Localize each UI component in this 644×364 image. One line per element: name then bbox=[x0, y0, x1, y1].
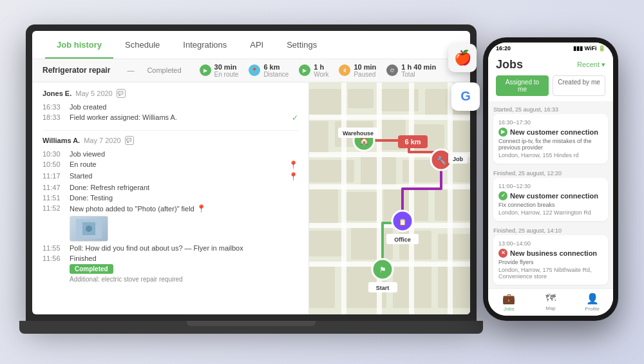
job-time-range-3: 13:00–14:00 bbox=[498, 240, 603, 247]
phone-time: 16:20 bbox=[496, 45, 511, 52]
job-completion-status: Completed bbox=[147, 66, 181, 74]
play-icon: ▶ bbox=[498, 128, 507, 137]
job-card-3[interactable]: 13:00–14:00 ✕ New business connection Pr… bbox=[493, 235, 608, 285]
stat-total: ⏱ 1 h 40 min Total bbox=[386, 63, 436, 78]
error-icon: ✕ bbox=[498, 249, 507, 258]
svg-point-2 bbox=[86, 225, 92, 232]
svg-rect-13 bbox=[309, 160, 354, 182]
profile-icon: 👤 bbox=[586, 292, 599, 305]
log-entry: 11:55 Poll: How did you find out about u… bbox=[43, 243, 298, 253]
phone-tabs: Assigned to me Created by me bbox=[488, 75, 613, 101]
jobs-icon: 💼 bbox=[502, 292, 515, 305]
navigation-icon: ▶ bbox=[200, 64, 211, 76]
svg-text:🔧: 🔧 bbox=[437, 155, 446, 165]
svg-rect-37 bbox=[448, 82, 453, 314]
stat-work: ▶ 1 h Work bbox=[299, 63, 328, 78]
log-entry-finished: 11:56 Finished Completed Additional: ele… bbox=[43, 253, 298, 284]
svg-rect-12 bbox=[451, 121, 470, 157]
phone-status-bar: 16:20 ▮▮▮ WiFi 🔋 bbox=[488, 43, 613, 54]
pin-icon: 📍 bbox=[289, 160, 298, 169]
job-card-title-3: ✕ New business connection bbox=[498, 249, 603, 258]
log-entry: 11:47 Done: Refresh refrigerant bbox=[43, 182, 298, 193]
phone-nav-profile[interactable]: 👤 Profile bbox=[571, 289, 613, 316]
apple-app-icon[interactable]: 🍎 bbox=[448, 44, 477, 72]
pause-icon: ⏸ bbox=[339, 64, 350, 76]
phone-nav-jobs[interactable]: 💼 Jobs bbox=[488, 289, 530, 316]
job-address-3: London, Harrow, 175 Nibthwaite Rd, Conve… bbox=[498, 267, 603, 280]
svg-text:⚑: ⚑ bbox=[379, 265, 386, 274]
additional-note: Additional: electric stove repair requir… bbox=[70, 276, 183, 283]
job-card-2[interactable]: 11:00–12:30 ✓ New customer connection Fi… bbox=[493, 178, 608, 221]
svg-rect-5 bbox=[348, 89, 374, 108]
job-status-bar: Refrigerator repair — Completed ▶ 30 min… bbox=[32, 59, 470, 82]
phone-bottom-nav: 💼 Jobs 🗺 Map 👤 Profile bbox=[488, 288, 613, 316]
svg-rect-28 bbox=[438, 266, 470, 308]
job-description-3: Provide flyers bbox=[498, 259, 603, 265]
stat-paused: ⏸ 10 min Paused bbox=[339, 63, 376, 78]
log-section-williams: Williams A. May 7 2020 💬 10:30 Job viewe… bbox=[43, 136, 298, 284]
log-entry: 10:30 Job viewed bbox=[43, 149, 298, 159]
distance-icon: 📍 bbox=[249, 64, 260, 76]
main-content: Jones E. May 5 2020 💬 16:33 Job created … bbox=[32, 82, 470, 314]
job-address: London, Harrow, 155 Hindes rd bbox=[498, 152, 603, 158]
svg-text:Job: Job bbox=[453, 156, 464, 162]
log-entry: 11:17 Started 📍 bbox=[43, 171, 298, 182]
tab-api[interactable]: API bbox=[238, 31, 275, 59]
completed-badge: Completed bbox=[70, 264, 113, 274]
job-description-2: Fix connection breaks bbox=[498, 202, 603, 208]
phone: 16:20 ▮▮▮ WiFi 🔋 Jobs Recent ▾ Assigned … bbox=[483, 37, 618, 321]
laptop: Job history Schedule Integrations API Se… bbox=[26, 24, 477, 340]
svg-rect-25 bbox=[309, 266, 335, 308]
svg-text:📋: 📋 bbox=[399, 218, 407, 226]
tab-job-history[interactable]: Job history bbox=[45, 31, 113, 59]
laptop-base bbox=[19, 321, 483, 334]
map-icon: 🗺 bbox=[545, 292, 556, 304]
job-card[interactable]: 16:30–17:30 ▶ New customer connection Co… bbox=[493, 114, 608, 164]
svg-rect-18 bbox=[345, 192, 377, 221]
job-description: Connect ip-tv, fix the mistakes of the p… bbox=[498, 138, 603, 151]
phone-signal: ▮▮▮ WiFi 🔋 bbox=[573, 45, 605, 52]
pin-icon-2: 📍 bbox=[289, 172, 298, 181]
svg-rect-29 bbox=[309, 115, 470, 120]
svg-rect-34 bbox=[341, 82, 346, 314]
phone-screen: 16:20 ▮▮▮ WiFi 🔋 Jobs Recent ▾ Assigned … bbox=[488, 43, 613, 316]
log-entry: 10:50 En route 📍 bbox=[43, 159, 298, 171]
svg-text:Warehouse: Warehouse bbox=[343, 130, 374, 137]
pin-icon-3: 📍 bbox=[196, 204, 206, 213]
svg-rect-21 bbox=[309, 231, 345, 256]
log-header-jones: Jones E. May 5 2020 💬 bbox=[43, 89, 298, 98]
chat-icon-2: 💬 bbox=[125, 136, 134, 145]
log-entry: 11:51 Done: Testing bbox=[43, 193, 298, 203]
google-app-icon[interactable]: G bbox=[451, 82, 480, 111]
chat-icon: 💬 bbox=[117, 89, 126, 98]
tab-created-by-me[interactable]: Created by me bbox=[553, 75, 605, 96]
laptop-body: Job history Schedule Integrations API Se… bbox=[26, 24, 477, 321]
svg-text:Start: Start bbox=[376, 285, 390, 291]
tab-settings[interactable]: Settings bbox=[275, 31, 328, 59]
svg-text:6 km: 6 km bbox=[404, 138, 421, 146]
job-card-title-2: ✓ New customer connection bbox=[498, 191, 603, 200]
svg-rect-24 bbox=[438, 234, 470, 260]
checkmark-icon: ✓ bbox=[292, 113, 298, 122]
phone-nav-map[interactable]: 🗺 Map bbox=[530, 289, 572, 316]
map-panel: 🏠 Warehouse 🔧 Job 📋 bbox=[309, 82, 470, 314]
tab-schedule[interactable]: Schedule bbox=[113, 31, 171, 59]
job-date-header-2: Finished, 25 august, 12:20 bbox=[493, 168, 608, 178]
svg-rect-8 bbox=[309, 121, 328, 153]
log-header-williams: Williams A. May 7 2020 💬 bbox=[43, 136, 298, 145]
job-title: Refrigerator repair bbox=[43, 66, 110, 75]
tab-integrations[interactable]: Integrations bbox=[171, 31, 238, 59]
log-panel: Jones E. May 5 2020 💬 16:33 Job created … bbox=[32, 82, 309, 314]
filter-button[interactable]: Recent ▾ bbox=[577, 61, 605, 69]
stat-distance: 📍 6 km Distance bbox=[249, 63, 289, 78]
divider bbox=[43, 130, 298, 131]
log-section-jones: Jones E. May 5 2020 💬 16:33 Job created … bbox=[43, 89, 298, 124]
phone-app-title: Jobs bbox=[496, 58, 523, 72]
job-date-header: Started, 25 august, 16:33 bbox=[493, 104, 608, 114]
tab-assigned-to-me[interactable]: Assigned to me bbox=[496, 75, 549, 96]
svg-rect-31 bbox=[309, 184, 470, 189]
log-entry: 18:33 Field worker assigned: Williams A.… bbox=[43, 112, 298, 124]
stat-en-route: ▶ 30 min En route bbox=[200, 63, 239, 78]
job-time-range-2: 11:00–12:30 bbox=[498, 183, 603, 189]
job-address-2: London, Harrow, 122 Warrington Rd bbox=[498, 209, 603, 216]
